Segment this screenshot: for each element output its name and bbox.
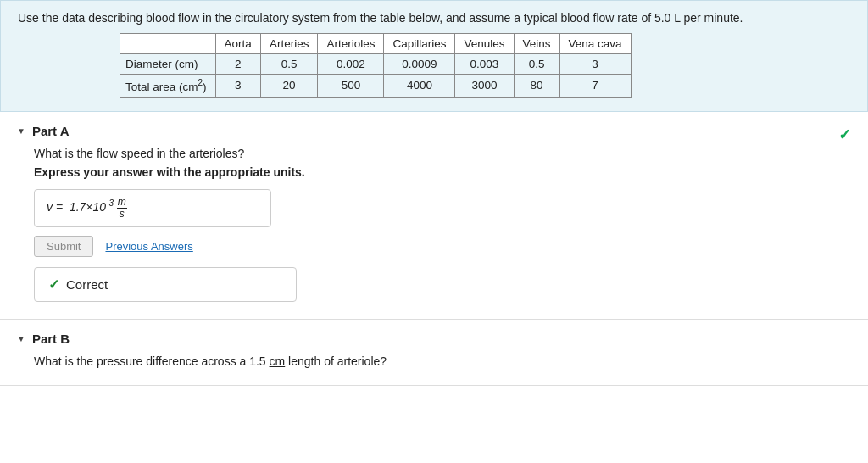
part-a-correct-checkmark: ✓ — [838, 126, 851, 144]
part-b-section: ▼ Part B What is the pressure difference… — [0, 320, 868, 386]
part-a-question: What is the flow speed in the arterioles… — [34, 147, 851, 160]
cell-area-aorta: 3 — [215, 75, 260, 98]
previous-answers-link[interactable]: Previous Answers — [105, 240, 192, 253]
part-a-header[interactable]: ▼ Part A — [17, 124, 851, 138]
answer-input-box: v = 1.7×10-3 ms — [34, 189, 271, 227]
cell-diameter-vena-cava: 3 — [559, 54, 631, 75]
table-header-venules: Venules — [455, 34, 514, 54]
table-row-diameter: Diameter (cm) 2 0.5 0.002 0.0009 0.003 0… — [120, 54, 632, 75]
correct-check-icon: ✓ — [48, 276, 59, 293]
correct-label: Correct — [66, 277, 108, 292]
button-row: Submit Previous Answers — [34, 236, 851, 257]
table-header-row: Aorta Arteries Arterioles Capillaries Ve… — [120, 34, 632, 54]
cell-diameter-arteries: 0.5 — [260, 54, 318, 75]
row-label-area: Total area (cm2) — [120, 75, 216, 98]
row-label-diameter: Diameter (cm) — [120, 54, 216, 75]
part-a-section: ▼ Part A ✓ What is the flow speed in the… — [0, 112, 868, 320]
part-a-instruction: Express your answer with the appropriate… — [34, 165, 851, 179]
unit-fraction: ms — [117, 197, 127, 220]
cell-diameter-venules: 0.003 — [455, 54, 514, 75]
cell-diameter-capillaries: 0.0009 — [384, 54, 455, 75]
submit-button[interactable]: Submit — [34, 236, 93, 257]
part-b-label: Part B — [32, 332, 70, 346]
part-a-label: Part A — [32, 124, 70, 138]
chevron-down-icon: ▼ — [17, 126, 25, 136]
correct-box: ✓ Correct — [34, 267, 297, 302]
cell-area-capillaries: 4000 — [384, 75, 455, 98]
table-row-area: Total area (cm2) 3 20 500 4000 3000 80 7 — [120, 75, 632, 98]
table-header-arteries: Arteries — [260, 34, 318, 54]
unit-cm: cm — [270, 354, 286, 368]
cell-diameter-aorta: 2 — [215, 54, 260, 75]
cell-diameter-arterioles: 0.002 — [318, 54, 384, 75]
table-header-vena-cava: Vena cava — [559, 34, 631, 54]
cell-area-venules: 3000 — [455, 75, 514, 98]
part-b-question: What is the pressure difference across a… — [34, 354, 851, 368]
cell-area-vena-cava: 7 — [559, 75, 631, 98]
answer-equation: v = 1.7×10-3 ms — [47, 200, 127, 214]
part-b-header[interactable]: ▼ Part B — [17, 332, 851, 346]
cell-area-veins: 80 — [514, 75, 559, 98]
cell-area-arteries: 20 — [260, 75, 318, 98]
table-header-capillaries: Capillaries — [384, 34, 455, 54]
cell-area-arterioles: 500 — [318, 75, 384, 98]
table-header-empty — [120, 34, 216, 54]
data-table: Aorta Arteries Arterioles Capillaries Ve… — [120, 33, 632, 98]
banner-intro: Use the data describing blood flow in th… — [18, 11, 850, 25]
table-header-aorta: Aorta — [215, 34, 260, 54]
cell-diameter-veins: 0.5 — [514, 54, 559, 75]
chevron-down-icon-b: ▼ — [17, 334, 25, 343]
top-banner: Use the data describing blood flow in th… — [0, 0, 868, 112]
table-header-veins: Veins — [514, 34, 559, 54]
table-header-arterioles: Arterioles — [318, 34, 384, 54]
